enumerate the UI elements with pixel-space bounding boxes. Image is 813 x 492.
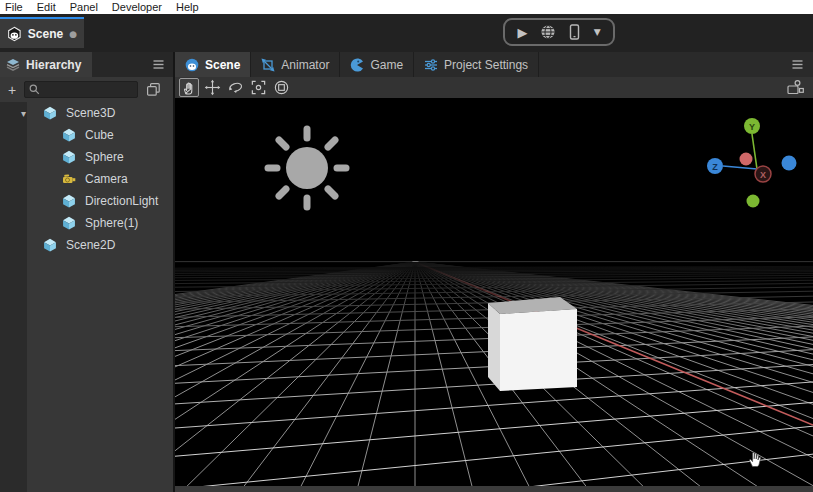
move-icon bbox=[204, 79, 221, 96]
tree-item-cube[interactable]: Cube bbox=[0, 124, 173, 146]
modified-dot-icon: ● bbox=[69, 29, 77, 39]
hand-cursor bbox=[749, 453, 760, 467]
search-icon bbox=[28, 83, 41, 96]
tab-label: Scene bbox=[205, 58, 240, 72]
menu-help[interactable]: Help bbox=[176, 1, 199, 14]
cocos-logo-icon bbox=[7, 26, 22, 42]
editor-tab-bar: Scene ● ▶ ▼ bbox=[0, 14, 813, 52]
expand-caret-icon[interactable]: ▾ bbox=[17, 108, 43, 119]
axis-z-handle[interactable]: Z bbox=[707, 158, 723, 174]
tree-item-camera[interactable]: Camera bbox=[0, 168, 173, 190]
tab-game[interactable]: Game bbox=[340, 52, 414, 77]
axis-neg-y-dot[interactable] bbox=[747, 195, 760, 208]
sun-light-gizmo bbox=[268, 129, 346, 207]
scene-camera-icon[interactable] bbox=[785, 79, 805, 96]
tool-frame-button[interactable] bbox=[248, 78, 268, 97]
pivot-icon bbox=[273, 79, 290, 96]
scene-panel: Scene Animator Game bbox=[175, 52, 813, 492]
tool-move-button[interactable] bbox=[202, 78, 222, 97]
tool-rotate-button[interactable] bbox=[225, 78, 245, 97]
scene-node-icon bbox=[43, 238, 57, 252]
tree-item-label: Scene3D bbox=[66, 106, 115, 120]
layers-icon bbox=[6, 58, 20, 72]
collapse-all-icon[interactable] bbox=[146, 82, 161, 97]
hand-icon bbox=[181, 79, 197, 96]
svg-text:Y: Y bbox=[749, 122, 755, 132]
svg-text:X: X bbox=[760, 170, 766, 180]
menu-panel[interactable]: Panel bbox=[70, 1, 98, 14]
add-node-button[interactable]: + bbox=[0, 82, 24, 98]
hierarchy-tab[interactable]: Hierarchy bbox=[0, 52, 92, 77]
tool-pivot-button[interactable] bbox=[271, 78, 291, 97]
tree-item-sphere[interactable]: Sphere bbox=[0, 146, 173, 168]
caret-down-icon[interactable]: ▼ bbox=[594, 27, 601, 37]
scene-viewport[interactable]: Y Z X bbox=[175, 98, 813, 486]
cocos-logo-icon bbox=[185, 58, 199, 72]
tree-item-label: DirectionLight bbox=[85, 194, 158, 208]
tab-animator[interactable]: Animator bbox=[251, 52, 340, 77]
editor-tab-label: Scene bbox=[28, 27, 63, 41]
hierarchy-menu-icon[interactable] bbox=[152, 58, 165, 71]
tree-item-label: Camera bbox=[85, 172, 128, 186]
run-controls: ▶ ▼ bbox=[503, 18, 615, 46]
orientation-gizmo[interactable]: Y Z X bbox=[707, 118, 797, 208]
scene-panel-tabs: Scene Animator Game bbox=[175, 52, 813, 77]
scene-node-icon bbox=[43, 106, 57, 120]
scene-toolbar bbox=[175, 77, 813, 98]
viewport-bottom-strip bbox=[175, 486, 813, 492]
rotate-icon bbox=[227, 79, 244, 96]
menu-developer[interactable]: Developer bbox=[112, 1, 162, 14]
axis-neg-z-dot[interactable] bbox=[782, 156, 797, 171]
hierarchy-header: Hierarchy bbox=[0, 52, 173, 77]
transform-box-icon bbox=[261, 58, 275, 72]
tree-item-label: Sphere(1) bbox=[85, 216, 138, 230]
camera-icon bbox=[62, 172, 76, 186]
menu-file[interactable]: File bbox=[5, 1, 23, 14]
hierarchy-panel: Hierarchy + ▾ bbox=[0, 52, 173, 492]
svg-text:Z: Z bbox=[712, 162, 718, 172]
tree-item-label: Scene2D bbox=[66, 238, 115, 252]
globe-icon[interactable] bbox=[540, 24, 556, 40]
menu-bar: File Edit Panel Developer Help bbox=[0, 0, 813, 14]
menu-edit[interactable]: Edit bbox=[37, 1, 56, 14]
play-icon[interactable]: ▶ bbox=[517, 25, 527, 40]
axis-y-handle[interactable]: Y bbox=[744, 118, 760, 134]
tab-project-settings[interactable]: Project Settings bbox=[414, 52, 539, 77]
tab-label: Animator bbox=[281, 58, 329, 72]
axis-neg-x-dot[interactable] bbox=[740, 153, 753, 166]
tab-scene[interactable]: Scene bbox=[175, 52, 251, 77]
hierarchy-title: Hierarchy bbox=[26, 58, 81, 72]
tree-item-label: Cube bbox=[85, 128, 114, 142]
phone-icon[interactable] bbox=[568, 24, 581, 40]
tree-item-scene3d[interactable]: ▾ Scene3D bbox=[0, 102, 173, 124]
tree-item-scene2d[interactable]: ▾ Scene2D bbox=[0, 234, 173, 256]
hierarchy-search[interactable] bbox=[24, 81, 138, 98]
node3d-icon bbox=[62, 150, 76, 164]
tab-label: Game bbox=[370, 58, 403, 72]
tree-item-label: Sphere bbox=[85, 150, 124, 164]
tree-item-sphere1[interactable]: Sphere(1) bbox=[0, 212, 173, 234]
node3d-icon bbox=[62, 194, 76, 208]
frame-icon bbox=[250, 79, 267, 96]
node3d-icon bbox=[62, 128, 76, 142]
hierarchy-toolbar: + bbox=[0, 77, 173, 102]
search-input[interactable] bbox=[41, 83, 135, 97]
pacman-icon bbox=[350, 58, 364, 72]
cube-object bbox=[488, 297, 577, 391]
hierarchy-tree: ▾ Scene3D Cube Sphere bbox=[0, 102, 173, 492]
node3d-icon bbox=[62, 216, 76, 230]
scene-panel-menu-icon[interactable] bbox=[791, 58, 804, 71]
tool-pan-button[interactable] bbox=[179, 78, 199, 97]
sliders-icon bbox=[424, 58, 438, 72]
editor-tab-scene[interactable]: Scene ● bbox=[0, 17, 84, 48]
axis-x-handle[interactable]: X bbox=[755, 166, 771, 182]
tab-label: Project Settings bbox=[444, 58, 528, 72]
tree-item-directionlight[interactable]: DirectionLight bbox=[0, 190, 173, 212]
